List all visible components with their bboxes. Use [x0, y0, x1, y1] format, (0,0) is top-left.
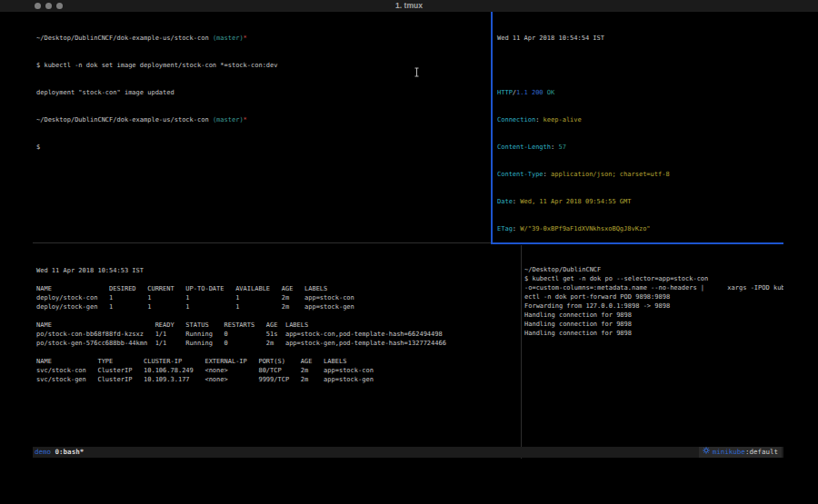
pane-bottom-left[interactable]: Wed 11 Apr 2018 10:54:53 IST NAME DESIRE…: [33, 244, 521, 459]
kubernetes-helm-icon: [703, 447, 710, 458]
status-right-segment: minikube:default: [699, 447, 782, 458]
status-left: demo 0:bash*: [35, 447, 84, 458]
kube-namespace: :default: [745, 447, 778, 458]
pane-top-right[interactable]: Wed 11 Apr 2018 10:54:54 IST HTTP/1.1 20…: [493, 12, 783, 242]
command-output: deployment "stock-con" image updated: [36, 88, 491, 97]
prompt-char: $: [36, 143, 491, 152]
kube-context: minikube: [713, 447, 745, 458]
http-header: Content-Type: application/json; charset=…: [497, 170, 783, 179]
session-name: demo: [35, 447, 55, 458]
git-branch: (master): [213, 116, 244, 124]
pane-bottom-right[interactable]: ~/Desktop/DublinCNCF $ kubectl get -n do…: [522, 244, 783, 459]
window-titlebar: 1. tmux: [0, 0, 818, 12]
bottom-left-text: Wed 11 Apr 2018 10:54:53 IST NAME DESIRE…: [36, 266, 521, 384]
pane-top-left[interactable]: ~/Desktop/DublinCNCF/dok-example-us/stoc…: [33, 12, 491, 242]
http-version-code: 1.1 200: [516, 89, 544, 96]
window-title: 1. tmux: [0, 0, 818, 12]
http-reason: OK: [544, 89, 555, 96]
git-dirty-flag: *: [244, 35, 247, 42]
git-dirty-flag: *: [244, 116, 247, 124]
http-header: Date: Wed, 11 Apr 2018 09:54:55 GMT: [497, 197, 783, 206]
http-header: ETag: W/"39-0xBPf9aF1dXVNkhsxoBQgJ8vKzo": [497, 224, 783, 233]
terminal-area: ~/Desktop/DublinCNCF/dok-example-us/stoc…: [33, 12, 783, 447]
http-proto: HTTP: [497, 89, 513, 96]
prompt-path: ~/Desktop/DublinCNCF/dok-example-us/stoc…: [36, 35, 213, 42]
prompt-path: ~/Desktop/DublinCNCF/dok-example-us/stoc…: [36, 116, 213, 124]
pane-border-horizontal[interactable]: [33, 242, 491, 243]
mouse-ibeam-cursor: [414, 64, 420, 81]
prompt-line: ~/Desktop/DublinCNCF/dok-example-us/stoc…: [36, 115, 491, 124]
http-header: Connection: keep-alive: [497, 115, 783, 124]
pane-timestamp: Wed 11 Apr 2018 10:54:54 IST: [497, 34, 783, 43]
command-line: $ kubectl -n dok set image deployment/st…: [36, 61, 491, 70]
prompt-line: ~/Desktop/DublinCNCF/dok-example-us/stoc…: [36, 34, 491, 43]
http-status-line: HTTP/1.1 200 OK: [497, 88, 783, 97]
window-item-active[interactable]: 0:bash*: [55, 447, 85, 458]
screen: { "window": { "title": "1. tmux" }, "col…: [0, 0, 818, 504]
tmux-status-bar: demo 0:bash* minikube:default: [33, 447, 783, 458]
bottom-right-text: ~/Desktop/DublinCNCF $ kubectl get -n do…: [524, 265, 783, 338]
http-header: Content-Length: 57: [497, 143, 783, 152]
git-branch: (master): [213, 35, 244, 42]
